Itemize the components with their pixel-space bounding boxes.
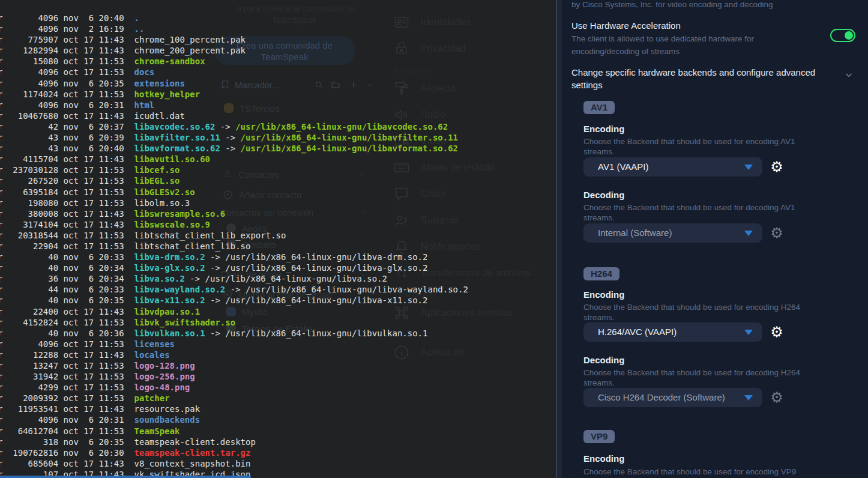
terminal-line: r 267520 oct 17 11:53 libEGL.so	[0, 176, 179, 186]
av1-decoding-gear-icon[interactable]: ⚙	[768, 224, 785, 242]
file-name: patcher	[134, 393, 170, 403]
file-name: libavutil.so.60	[134, 154, 210, 164]
terminal-line: r 13247 oct 17 11:53 logo-128.png	[0, 361, 195, 371]
expander-chevron-icon[interactable]	[843, 70, 854, 83]
terminal-line: r 2009392 oct 17 11:53 patcher	[0, 393, 170, 403]
file-name: locales	[134, 350, 170, 360]
terminal-line: r 4096 nov 2 16:19 ..	[0, 24, 144, 34]
terminal-line: r 31942 oct 17 11:53 logo-256.png	[0, 372, 195, 381]
terminal-line: r 775907 oct 17 11:43 chrome_100_percent…	[0, 35, 246, 44]
h264-decoding-dropdown[interactable]: Cisco H264 Decoder (Software)	[583, 388, 762, 407]
file-name: libolm.so.3	[134, 198, 190, 208]
terminal-line: r 1174024 oct 17 11:53 hotkey_helper	[0, 89, 200, 99]
terminal-line: r 318 nov 6 20:35 teamspeak-client.deskt…	[0, 437, 256, 447]
toggle-knob	[845, 31, 853, 40]
file-name: libva.so.2	[134, 274, 185, 283]
file-name: libavcodec.so.62	[134, 122, 215, 132]
terminal-line: r 11953541 oct 17 11:43 resources.pak	[0, 404, 200, 414]
file-name: logo-48.png	[134, 383, 190, 392]
terminal-line: r 4096 oct 17 11:53 docs	[0, 67, 154, 77]
h264-encoding-gear-icon[interactable]: ⚙	[768, 323, 785, 341]
codec-attribution-text: by Cisco Systems, Inc. for video encodin…	[571, 0, 773, 9]
encoding-desc: Choose the Backend that should be used f…	[583, 136, 821, 157]
file-name: docs	[134, 67, 155, 77]
terminal-line: r 43 nov 6 20:39 libavfilter.so.11 -> /u…	[0, 133, 458, 142]
file-name: logo-256.png	[134, 372, 195, 381]
terminal-line: r 43 nov 6 20:40 libavformat.so.62 -> /u…	[0, 144, 458, 153]
window-edge-highlight	[0, 476, 251, 478]
encoding-label: Encoding	[583, 289, 624, 300]
terminal-line: r 380008 oct 17 11:43 libswresample.so.6	[0, 209, 225, 219]
file-name: libva-x11.so.2	[134, 295, 205, 305]
file-name: resources.pak	[134, 404, 200, 414]
terminal-line: r 198080 oct 17 11:53 libolm.so.3	[0, 198, 190, 208]
file-name: soundbackends	[134, 415, 200, 425]
codec-badge-av1: AV1	[583, 101, 615, 114]
file-name: html	[134, 100, 155, 110]
terminal-line: r 4299 oct 17 11:53 logo-48.png	[0, 383, 190, 392]
symlink-target: /usr/lib/x86_64-linux-gnu/libva-glx.so.2	[225, 263, 427, 273]
symlink-target: /usr/lib/x86_64-linux-gnu/libva-x11.so.2	[225, 295, 427, 305]
av1-decoding-dropdown[interactable]: Internal (Software)	[583, 223, 762, 243]
hw-accel-title: Use Hardware Acceleration	[571, 20, 681, 31]
symlink-target: /usr/lib/x86_64-linux-gnu/libva-drm.so.2	[225, 252, 427, 262]
encoding-label: Encoding	[583, 453, 624, 464]
terminal-line: r 40 nov 6 20:36 libvulkan.so.1 -> /usr/…	[0, 328, 427, 338]
terminal-line: r 22400 oct 17 11:43 libvdpau.so.1	[0, 307, 200, 316]
terminal-line: r 42 nov 6 20:37 libavcodec.so.62 -> /us…	[0, 122, 448, 132]
terminal-line: r 4152824 oct 17 11:53 libvk_swiftshader…	[0, 318, 235, 327]
terminal-line: r 4096 nov 6 20:31 html	[0, 100, 154, 110]
terminal-line: r 12288 oct 17 11:43 locales	[0, 350, 170, 360]
symlink-target: /usr/lib/x86_64-linux-gnu/libva.so.2	[205, 274, 387, 283]
terminal-line: r 4096 nov 6 20:31 soundbackends	[0, 415, 200, 425]
terminal-line: r 40 nov 6 20:34 libva-glx.so.2 -> /usr/…	[0, 263, 427, 273]
terminal-line: r 4096 oct 17 11:53 licenses	[0, 339, 175, 349]
terminal-line: r 40 nov 6 20:33 libva-drm.so.2 -> /usr/…	[0, 252, 427, 262]
decoding-label: Decoding	[583, 190, 624, 200]
terminal-line: r 685604 oct 17 11:43 v8_context_snapsho…	[0, 459, 250, 468]
file-name: teamspeak-client.desktop	[134, 437, 256, 447]
advanced-settings-expander[interactable]: Change specific hardware backends and co…	[571, 66, 836, 91]
terminal-line: r 10467680 oct 17 11:43 icudtl.dat	[0, 111, 185, 121]
h264-decoding-gear-icon[interactable]: ⚙	[768, 389, 785, 407]
symlink-target: /usr/lib/x86_64-linux-gnu/libavformat.so…	[241, 144, 458, 153]
symlink-target: /usr/lib/x86_64-linux-gnu/libavcodec.so.…	[235, 122, 448, 132]
file-name: ..	[134, 24, 145, 34]
dropdown-caret-icon	[744, 231, 753, 236]
file-name: libva-wayland.so.2	[134, 285, 226, 294]
file-name: v8_context_snapshot.bin	[134, 459, 251, 468]
terminal-line: r 4096 nov 6 20:40 .	[0, 13, 139, 23]
terminal-line: r 64612704 oct 17 11:53 TeamSpeak	[0, 426, 179, 436]
dropdown-caret-icon	[744, 395, 753, 401]
file-name: .	[134, 13, 139, 23]
file-name: chrome_200_percent.pak	[134, 46, 246, 55]
screen: o para unirte a la comunidad de TeamSpea…	[0, 0, 868, 478]
terminal-line: r 22904 oct 17 11:53 libtschat_client_li…	[0, 241, 250, 251]
file-name: libva-glx.so.2	[134, 263, 205, 273]
encoding-label: Encoding	[583, 124, 624, 134]
decoding-label: Decoding	[583, 355, 624, 365]
h264-encoding-dropdown[interactable]: H.264/AVC (VAAPI)	[583, 322, 762, 342]
file-name: chrome_100_percent.pak	[134, 35, 246, 44]
file-name: libavformat.so.62	[134, 144, 220, 153]
symlink-target: /usr/lib/x86_64-linux-gnu/libavfilter.so…	[241, 133, 458, 142]
decoding-desc: Choose the Backend that should be used f…	[583, 368, 821, 388]
terminal-line: r 4115704 oct 17 11:43 libavutil.so.60	[0, 154, 210, 164]
file-name: libswscale.so.9	[134, 220, 210, 229]
terminal-line: r 40 nov 6 20:35 libva-x11.so.2 -> /usr/…	[0, 295, 427, 305]
encoding-desc: Choose the Backend that should be used f…	[583, 467, 821, 477]
av1-encoding-dropdown[interactable]: AV1 (VAAPI)	[583, 157, 762, 177]
file-name: teamspeak-client.tar.gz	[134, 448, 251, 458]
file-name: hotkey_helper	[134, 89, 200, 99]
dropdown-caret-icon	[744, 330, 753, 335]
file-name: libtschat_client_lib_export.so	[134, 231, 286, 240]
file-name: libvdpau.so.1	[134, 307, 200, 316]
av1-encoding-gear-icon[interactable]: ⚙	[768, 158, 785, 176]
settings-panel: by Cisco Systems, Inc. for video encodin…	[556, 0, 868, 478]
hw-accel-toggle[interactable]	[830, 29, 855, 42]
file-name: libvk_swiftshader.so	[134, 318, 236, 327]
file-name: licenses	[134, 339, 175, 349]
hw-accel-desc: The client is allowed to use dedicated h…	[571, 32, 754, 58]
terminal-window: o para unirte a la comunidad de TeamSpea…	[0, 0, 556, 478]
file-name: chrome-sandbox	[134, 56, 205, 66]
